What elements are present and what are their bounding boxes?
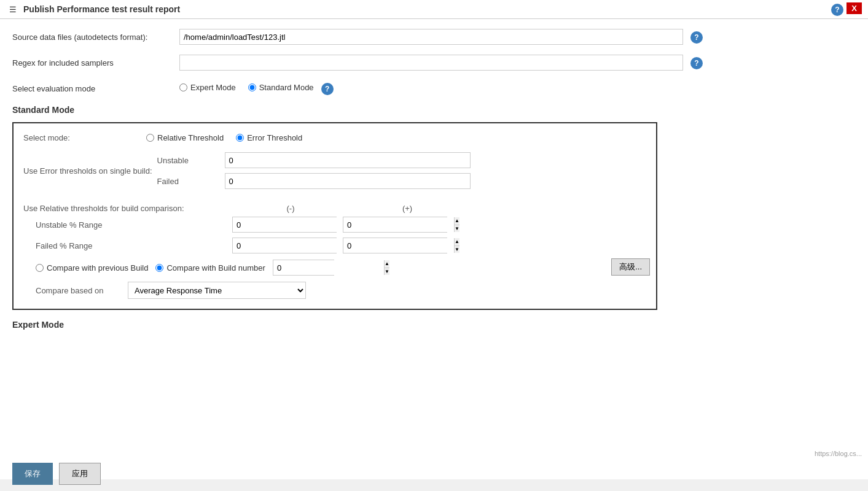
unstable-plus-arrows: ▲ ▼ xyxy=(454,217,459,232)
failed-plus-up[interactable]: ▲ xyxy=(455,238,459,246)
error-thresholds-label: Use Error thresholds on single build: xyxy=(23,166,152,176)
unstable-minus-input[interactable] xyxy=(233,217,343,232)
error-thresholds-section: Use Error thresholds on single build: Un… xyxy=(23,152,646,189)
relative-threshold-label[interactable]: Relative Threshold xyxy=(146,133,224,142)
compare-based-select[interactable]: Average Response Time Median Response Ti… xyxy=(128,282,306,299)
eval-mode-help[interactable]: ? xyxy=(321,83,334,95)
eval-mode-row: Select evaluation mode Expert Mode Stand… xyxy=(12,80,856,95)
dialog-title: Publish Performance test result report xyxy=(23,4,180,14)
regex-row: Regex for included samplers ? xyxy=(12,55,856,71)
relative-label: Use Relative thresholds for build compar… xyxy=(23,204,232,213)
regex-label: Regex for included samplers xyxy=(12,55,172,68)
compare-prev-radio[interactable] xyxy=(36,264,44,272)
unstable-range-spinboxes: ▲ ▼ ▲ ▼ xyxy=(232,217,447,233)
standard-mode-radio-text: Standard Mode xyxy=(259,83,314,92)
standard-mode-box: Select mode: Relative Threshold Error Th… xyxy=(12,122,657,310)
plus-col-header: (+) xyxy=(349,204,466,213)
unstable-plus-up[interactable]: ▲ xyxy=(455,217,459,225)
select-mode-label: Select mode: xyxy=(23,133,146,142)
compare-based-row: Compare based on Average Response Time M… xyxy=(23,282,646,299)
failed-plus-spinbox: ▲ ▼ xyxy=(343,238,447,253)
dialog-header: ☰ Publish Performance test result report… xyxy=(0,0,868,19)
unstable-range-row: Unstable % Range ▲ ▼ ▲ ▼ xyxy=(23,217,646,233)
source-data-input[interactable] xyxy=(179,29,683,45)
unstable-minus-spinbox: ▲ ▼ xyxy=(232,217,337,233)
watermark: https://blog.cs... xyxy=(815,450,862,457)
compare-prev-text: Compare with previous Build xyxy=(47,263,148,273)
unstable-label: Unstable xyxy=(157,156,219,165)
compare-num-label[interactable]: Compare with Build number xyxy=(155,263,265,273)
failed-plus-arrows: ▲ ▼ xyxy=(454,238,459,253)
bottom-bar: 保存 应用 xyxy=(0,457,868,491)
standard-mode-radio[interactable] xyxy=(248,83,256,91)
error-threshold-label[interactable]: Error Threshold xyxy=(236,133,302,142)
minus-col-header: (-) xyxy=(232,204,349,213)
failed-range-spinboxes: ▲ ▼ ▲ ▼ xyxy=(232,238,447,253)
eval-mode-radios: Expert Mode Standard Mode xyxy=(179,80,314,92)
relative-threshold-text: Relative Threshold xyxy=(157,133,224,142)
expert-mode-radio-text: Expert Mode xyxy=(190,83,236,92)
compare-num-arrows: ▲ ▼ xyxy=(384,260,389,275)
save-button[interactable]: 保存 xyxy=(12,463,53,485)
failed-input[interactable] xyxy=(225,173,471,189)
compare-num-down[interactable]: ▼ xyxy=(385,268,389,276)
unstable-plus-input[interactable] xyxy=(343,217,454,232)
standard-mode-title: Standard Mode xyxy=(12,105,856,115)
error-threshold-text: Error Threshold xyxy=(247,133,302,142)
unstable-row: Use Error thresholds on single build: Un… xyxy=(23,152,646,189)
eval-mode-label: Select evaluation mode xyxy=(12,80,172,93)
expert-mode-radio[interactable] xyxy=(179,83,187,91)
expert-mode-radio-label[interactable]: Expert Mode xyxy=(179,83,236,92)
compare-based-label: Compare based on xyxy=(36,286,122,295)
compare-num-up[interactable]: ▲ xyxy=(385,260,389,268)
source-data-help[interactable]: ? xyxy=(690,31,703,44)
compare-build-row: Compare with previous Build Compare with… xyxy=(23,260,646,276)
unstable-plus-spinbox: ▲ ▼ xyxy=(343,217,447,233)
compare-num-text: Compare with Build number xyxy=(166,263,265,273)
failed-minus-input[interactable] xyxy=(233,238,343,253)
expert-mode-title: Expert Mode xyxy=(12,320,856,330)
failed-range-label: Failed % Range xyxy=(23,241,232,250)
compare-prev-label[interactable]: Compare with previous Build xyxy=(36,263,148,273)
compare-num-spinbox: ▲ ▼ xyxy=(273,260,334,276)
unstable-plus-down[interactable]: ▼ xyxy=(455,225,459,233)
relative-header-row: Use Relative thresholds for build compar… xyxy=(23,204,646,213)
relative-threshold-radio[interactable] xyxy=(146,134,154,142)
unstable-input[interactable] xyxy=(225,152,471,168)
select-mode-row: Select mode: Relative Threshold Error Th… xyxy=(23,133,646,142)
help-circle[interactable]: ? xyxy=(831,4,843,16)
failed-plus-down[interactable]: ▼ xyxy=(455,246,459,253)
error-threshold-radio[interactable] xyxy=(236,134,244,142)
source-data-row: Source data files (autodetects format): … xyxy=(12,29,856,45)
advanced-button[interactable]: 高级... xyxy=(611,258,650,276)
unstable-range-label: Unstable % Range xyxy=(23,220,232,230)
header-help-icon[interactable]: ? xyxy=(831,4,843,16)
regex-help[interactable]: ? xyxy=(690,57,703,69)
compare-num-input[interactable] xyxy=(273,260,384,275)
menu-icon: ☰ xyxy=(7,4,18,15)
standard-mode-radio-label[interactable]: Standard Mode xyxy=(248,83,314,92)
relative-thresholds-section: Use Relative thresholds for build compar… xyxy=(23,204,646,299)
regex-input[interactable] xyxy=(179,55,683,71)
failed-minus-spinbox: ▲ ▼ xyxy=(232,238,337,253)
select-mode-radios: Relative Threshold Error Threshold xyxy=(146,133,302,142)
failed-plus-input[interactable] xyxy=(343,238,454,253)
apply-button[interactable]: 应用 xyxy=(59,463,101,485)
source-data-label: Source data files (autodetects format): xyxy=(12,29,172,42)
failed-label: Failed xyxy=(157,177,219,186)
failed-range-row: Failed % Range ▲ ▼ ▲ ▼ xyxy=(23,238,646,253)
compare-num-radio[interactable] xyxy=(155,264,163,272)
main-content: Source data files (autodetects format): … xyxy=(0,19,868,479)
close-button[interactable]: X xyxy=(846,2,862,14)
